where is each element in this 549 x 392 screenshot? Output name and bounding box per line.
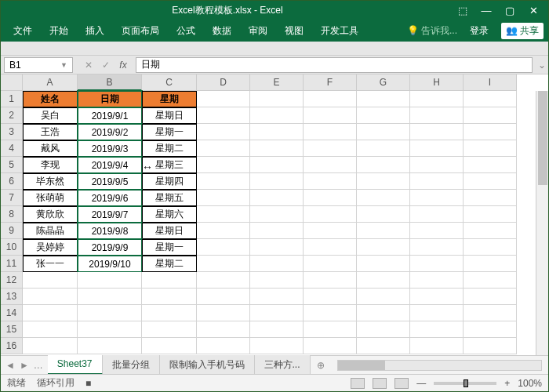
- cell-E9[interactable]: [250, 223, 304, 239]
- cell-I2[interactable]: [464, 107, 517, 124]
- cell-B16[interactable]: [78, 338, 142, 354]
- cell-A7[interactable]: 张萌萌: [23, 190, 78, 206]
- sheet-nav-more[interactable]: …: [34, 360, 43, 371]
- cell-B15[interactable]: [78, 321, 142, 338]
- cell-H11[interactable]: [410, 256, 464, 272]
- sheet-tab-1[interactable]: 批量分组: [103, 355, 160, 375]
- zoom-in-button[interactable]: +: [504, 378, 510, 389]
- cell-G4[interactable]: [357, 140, 410, 157]
- cell-A11[interactable]: 张一一: [23, 256, 78, 272]
- cell-H5[interactable]: [410, 157, 464, 173]
- col-header-F[interactable]: F: [304, 74, 357, 91]
- ribbon-tab-5[interactable]: 数据: [205, 20, 239, 42]
- horizontal-scroll-thumb[interactable]: [338, 361, 385, 370]
- col-header-B[interactable]: B: [78, 74, 142, 91]
- cell-H3[interactable]: [410, 124, 464, 140]
- cell-I6[interactable]: [464, 173, 517, 190]
- cell-H4[interactable]: [410, 140, 464, 157]
- cell-C1[interactable]: 星期: [142, 91, 197, 107]
- cell-E13[interactable]: [250, 289, 304, 305]
- ribbon-tab-6[interactable]: 审阅: [241, 20, 275, 42]
- cell-F9[interactable]: [304, 223, 357, 239]
- cell-H15[interactable]: [410, 321, 464, 338]
- cell-H2[interactable]: [410, 107, 464, 124]
- cell-A6[interactable]: 毕东然: [23, 173, 78, 190]
- ribbon-tab-7[interactable]: 视图: [277, 20, 311, 42]
- worksheet-area[interactable]: ABCDEFGHI1姓名日期星期2吴白2019/9/1星期日3王浩2019/9/…: [1, 74, 548, 355]
- col-header-I[interactable]: I: [464, 74, 517, 91]
- cell-C12[interactable]: [142, 272, 197, 289]
- row-header-10[interactable]: 10: [1, 239, 23, 256]
- status-record-icon[interactable]: ■: [85, 378, 91, 389]
- cell-G15[interactable]: [357, 321, 410, 338]
- cell-F10[interactable]: [304, 239, 357, 256]
- row-header-7[interactable]: 7: [1, 190, 23, 206]
- row-header-3[interactable]: 3: [1, 124, 23, 140]
- cell-F13[interactable]: [304, 289, 357, 305]
- ribbon-tab-0[interactable]: 文件: [5, 20, 40, 42]
- cell-I5[interactable]: [464, 157, 517, 173]
- cell-E10[interactable]: [250, 239, 304, 256]
- cell-F7[interactable]: [304, 190, 357, 206]
- cell-D6[interactable]: [197, 173, 250, 190]
- cell-C2[interactable]: 星期日: [142, 107, 197, 124]
- cell-E8[interactable]: [250, 206, 304, 223]
- cell-D2[interactable]: [197, 107, 250, 124]
- row-header-4[interactable]: 4: [1, 140, 23, 157]
- cell-F4[interactable]: [304, 140, 357, 157]
- cell-G11[interactable]: [357, 256, 410, 272]
- cell-H13[interactable]: [410, 289, 464, 305]
- cell-F1[interactable]: [304, 91, 357, 107]
- zoom-slider[interactable]: [434, 382, 496, 385]
- cell-A3[interactable]: 王浩: [23, 124, 78, 140]
- cell-C11[interactable]: 星期二: [142, 256, 197, 272]
- zoom-slider-thumb[interactable]: [464, 379, 468, 387]
- profile-icon[interactable]: ⬚: [451, 2, 474, 18]
- cell-I7[interactable]: [464, 190, 517, 206]
- cell-C6[interactable]: 星期四: [142, 173, 197, 190]
- confirm-formula-button[interactable]: ✓: [98, 58, 114, 72]
- cell-G3[interactable]: [357, 124, 410, 140]
- cell-A16[interactable]: [23, 338, 78, 354]
- cell-F14[interactable]: [304, 305, 357, 321]
- cell-C10[interactable]: 星期一: [142, 239, 197, 256]
- add-sheet-button[interactable]: ⊕: [311, 357, 331, 374]
- cell-A12[interactable]: [23, 272, 78, 289]
- cell-E14[interactable]: [250, 305, 304, 321]
- cell-G6[interactable]: [357, 173, 410, 190]
- cell-D8[interactable]: [197, 206, 250, 223]
- cell-C16[interactable]: [142, 338, 197, 354]
- cell-G7[interactable]: [357, 190, 410, 206]
- cell-B13[interactable]: [78, 289, 142, 305]
- cell-C14[interactable]: [142, 305, 197, 321]
- cell-A5[interactable]: 李现: [23, 157, 78, 173]
- col-header-G[interactable]: G: [357, 74, 410, 91]
- cell-G13[interactable]: [357, 289, 410, 305]
- view-break-button[interactable]: [394, 378, 409, 389]
- cell-B14[interactable]: [78, 305, 142, 321]
- cell-I8[interactable]: [464, 206, 517, 223]
- cell-G16[interactable]: [357, 338, 410, 354]
- minimize-button[interactable]: —: [474, 2, 498, 18]
- cell-E7[interactable]: [250, 190, 304, 206]
- cell-D7[interactable]: [197, 190, 250, 206]
- cell-B11[interactable]: 2019/9/10: [78, 256, 142, 272]
- row-header-6[interactable]: 6: [1, 173, 23, 190]
- cell-C7[interactable]: 星期五: [142, 190, 197, 206]
- cell-D10[interactable]: [197, 239, 250, 256]
- grid[interactable]: ABCDEFGHI1姓名日期星期2吴白2019/9/1星期日3王浩2019/9/…: [1, 74, 517, 355]
- view-layout-button[interactable]: [373, 378, 387, 389]
- cell-A9[interactable]: 陈晶晶: [23, 223, 78, 239]
- row-header-12[interactable]: 12: [1, 272, 23, 289]
- cell-C9[interactable]: 星期日: [142, 223, 197, 239]
- col-header-D[interactable]: D: [197, 74, 250, 91]
- cell-E3[interactable]: [250, 124, 304, 140]
- cell-B7[interactable]: 2019/9/6: [78, 190, 142, 206]
- cell-D14[interactable]: [197, 305, 250, 321]
- cell-E1[interactable]: [250, 91, 304, 107]
- cell-I15[interactable]: [464, 321, 517, 338]
- name-box-dropdown-icon[interactable]: ▼: [60, 61, 67, 69]
- cell-F16[interactable]: [304, 338, 357, 354]
- cell-E12[interactable]: [250, 272, 304, 289]
- cell-A8[interactable]: 黄欣欣: [23, 206, 78, 223]
